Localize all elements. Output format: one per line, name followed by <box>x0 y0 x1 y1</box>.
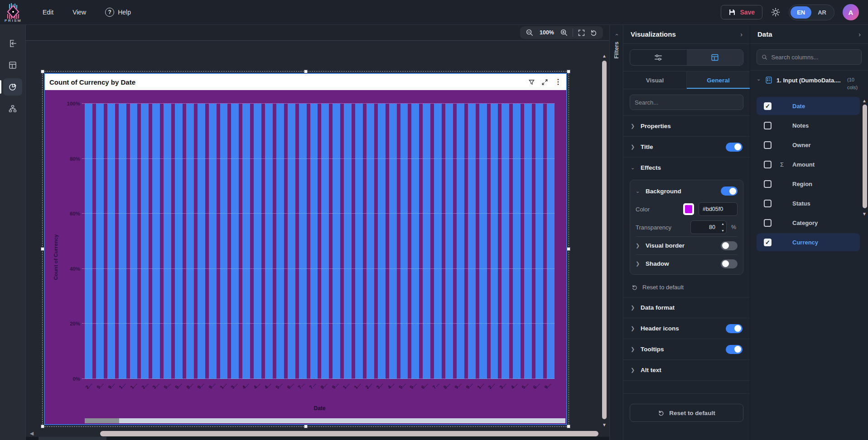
canvas-horizontal-scrollbar[interactable]: ◀ <box>28 430 598 436</box>
bar[interactable] <box>547 104 555 379</box>
bar[interactable] <box>321 104 329 379</box>
bar[interactable] <box>468 104 476 379</box>
tab-visual[interactable]: Visual <box>623 72 686 89</box>
resize-handle-w[interactable] <box>41 247 44 251</box>
effects-reset-link[interactable]: Reset to default <box>623 279 750 297</box>
visual-border-toggle[interactable] <box>721 241 738 250</box>
field-checkbox[interactable] <box>764 161 772 168</box>
section-tooltips[interactable]: ❯ Tooltips <box>623 339 750 359</box>
field-checkbox[interactable] <box>764 141 772 149</box>
field-row-currency[interactable]: Currency <box>757 233 860 251</box>
bar[interactable] <box>141 104 149 379</box>
bar[interactable] <box>491 104 498 379</box>
bar[interactable] <box>164 104 171 379</box>
bar[interactable] <box>265 104 273 379</box>
tooltips-toggle[interactable] <box>726 345 743 354</box>
lang-en[interactable]: EN <box>791 6 811 19</box>
zoom-out-icon[interactable] <box>526 29 534 37</box>
reset-view-icon[interactable] <box>590 29 598 37</box>
more-options-icon[interactable]: ⋮ <box>555 78 562 86</box>
filter-icon[interactable] <box>528 79 535 86</box>
visual-border-row[interactable]: ❯ Visual border <box>636 236 738 254</box>
bar[interactable] <box>310 104 318 379</box>
collapse-data-icon[interactable]: › <box>858 31 861 38</box>
report-canvas[interactable]: Count of Currency by Date <box>26 41 609 440</box>
format-visual-segment[interactable] <box>687 50 743 65</box>
scroll-up-icon[interactable]: ▲ <box>601 53 608 58</box>
field-row-date[interactable]: Date <box>757 97 860 115</box>
shadow-row[interactable]: ❯ Shadow <box>636 254 738 273</box>
resize-handle-nw[interactable] <box>41 70 44 73</box>
color-hex-input[interactable] <box>699 202 738 216</box>
bar[interactable] <box>513 104 521 379</box>
section-effects[interactable]: ⌄ Effects <box>623 157 750 178</box>
bar[interactable] <box>130 104 138 379</box>
background-toggle[interactable] <box>721 187 738 196</box>
hierarchy-view-icon[interactable] <box>3 100 22 117</box>
save-button[interactable]: Save <box>721 5 762 19</box>
bar[interactable] <box>411 104 419 379</box>
bar[interactable] <box>231 104 239 379</box>
theme-toggle-sun-icon[interactable] <box>771 7 781 17</box>
fit-to-screen-icon[interactable] <box>578 29 585 37</box>
field-checkbox[interactable] <box>764 102 772 110</box>
avatar[interactable]: A <box>843 4 859 20</box>
bottom-scroll-thumb[interactable] <box>39 437 106 440</box>
bar[interactable] <box>457 104 464 379</box>
header-icons-toggle[interactable] <box>726 324 743 333</box>
spinner-up-icon[interactable]: ▲ <box>721 222 724 225</box>
bar[interactable] <box>479 104 487 379</box>
charts-view-icon[interactable] <box>3 78 22 96</box>
fields-scrollbar-thumb[interactable] <box>863 105 867 208</box>
bar[interactable] <box>445 104 453 379</box>
bar[interactable] <box>209 104 217 379</box>
bar[interactable] <box>96 104 104 379</box>
bar[interactable] <box>119 104 126 379</box>
color-swatch[interactable] <box>683 203 694 215</box>
section-header-icons[interactable]: ❯ Header icons <box>623 318 750 339</box>
scroll-left-icon[interactable]: ◀ <box>28 430 36 436</box>
format-search[interactable] <box>630 95 743 110</box>
bar[interactable] <box>333 104 340 379</box>
menu-edit[interactable]: Edit <box>36 6 60 19</box>
canvas-vscroll-thumb[interactable] <box>602 61 607 419</box>
bar[interactable] <box>434 104 442 379</box>
chart-scrollbar-thumb[interactable] <box>85 418 119 423</box>
background-row[interactable]: ⌄ Background <box>636 182 738 200</box>
bar-chart-visual[interactable]: Count of Currency by Date <box>44 73 567 425</box>
field-checkbox[interactable] <box>764 239 772 246</box>
field-checkbox[interactable] <box>764 180 772 188</box>
bar[interactable] <box>276 104 284 379</box>
bar[interactable] <box>220 104 228 379</box>
tab-general[interactable]: General <box>686 72 750 89</box>
bar[interactable] <box>524 104 532 379</box>
field-row-owner[interactable]: Owner <box>757 136 860 154</box>
field-row-notes[interactable]: Notes <box>757 116 860 134</box>
zoom-in-icon[interactable] <box>560 29 568 37</box>
resize-handle-se[interactable] <box>567 425 570 428</box>
fields-scrollbar[interactable]: ▲ ▼ <box>862 98 867 252</box>
bar[interactable] <box>344 104 352 379</box>
collapse-panel-icon[interactable] <box>3 35 22 52</box>
scroll-up-icon[interactable]: ▲ <box>862 98 867 103</box>
section-properties[interactable]: ❯ Properties <box>623 115 750 136</box>
bar[interactable] <box>288 104 295 379</box>
bar[interactable] <box>254 104 261 379</box>
scroll-down-icon[interactable]: ▼ <box>601 422 608 427</box>
format-search-input[interactable] <box>635 99 738 106</box>
resize-handle-sw[interactable] <box>41 425 44 428</box>
field-row-region[interactable]: Region <box>757 175 860 193</box>
field-checkbox[interactable] <box>764 122 772 129</box>
collapse-visualizations-icon[interactable]: › <box>740 31 743 38</box>
bar[interactable] <box>242 104 250 379</box>
resize-handle-ne[interactable] <box>567 70 570 73</box>
canvas-vertical-scrollbar[interactable]: ▲ ▼ <box>601 53 608 427</box>
field-row-amount[interactable]: ΣAmount <box>757 155 860 173</box>
bar[interactable] <box>198 104 205 379</box>
bar[interactable] <box>175 104 183 379</box>
scroll-down-icon[interactable]: ▼ <box>862 211 867 216</box>
resize-handle-n[interactable] <box>304 70 308 73</box>
spinner-down-icon[interactable]: ▼ <box>721 229 724 232</box>
title-toggle[interactable] <box>726 143 743 152</box>
bar[interactable] <box>152 104 160 379</box>
